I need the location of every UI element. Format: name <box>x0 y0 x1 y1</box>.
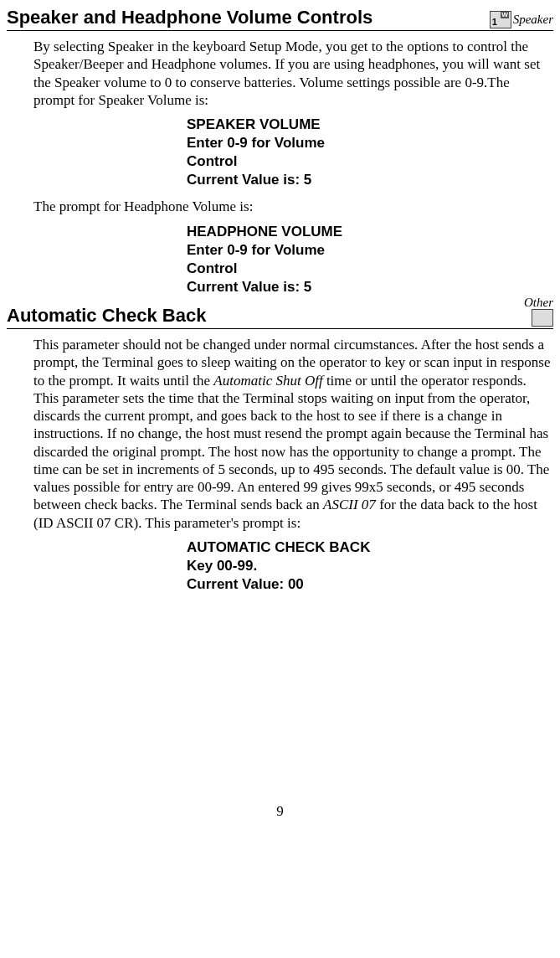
prompt-line: Control <box>187 152 553 171</box>
italic-term: ASCII 07 <box>323 497 376 512</box>
section-header-checkback: Automatic Check Back Other <box>7 305 553 329</box>
page-number: 9 <box>7 803 553 820</box>
prompt-line: Current Value is: 5 <box>187 278 553 296</box>
section-title-volume: Speaker and Headphone Volume Controls <box>7 7 372 28</box>
prompt-line: Current Value: 00 <box>187 575 553 594</box>
side-label-other: Other <box>524 296 553 310</box>
italic-term: Automatic Shut Off <box>213 373 322 389</box>
section-title-checkback: Automatic Check Back <box>7 305 206 327</box>
headphone-volume-prompt: HEADPHONE VOLUME Enter 0-9 for Volume Co… <box>187 223 553 296</box>
checkback-para: This parameter should not be changed und… <box>33 336 553 532</box>
prompt-line: AUTOMATIC CHECK BACK <box>187 538 553 557</box>
section-header-volume: Speaker and Headphone Volume Controls 1 … <box>7 7 553 31</box>
prompt-line: Key 00-99. <box>187 557 553 575</box>
para-text: time or until the operator responds. Thi… <box>33 373 549 513</box>
prompt-line: Control <box>187 260 553 278</box>
section-label-group-volume: 1 W Speaker <box>490 11 553 28</box>
prompt-line: Enter 0-9 for Volume <box>187 241 553 260</box>
side-label-speaker: Speaker <box>513 13 553 27</box>
prompt-line: HEADPHONE VOLUME <box>187 223 553 241</box>
speaker-volume-prompt: SPEAKER VOLUME Enter 0-9 for Volume Cont… <box>187 116 553 189</box>
checkback-prompt: AUTOMATIC CHECK BACK Key 00-99. Current … <box>187 538 553 594</box>
key-icon-other <box>532 309 553 327</box>
prompt-line: Enter 0-9 for Volume <box>187 134 553 152</box>
section-label-group-checkback: Other <box>532 309 553 327</box>
key-icon-1: 1 W <box>490 11 511 28</box>
prompt-line: SPEAKER VOLUME <box>187 116 553 134</box>
headphone-intro-para: The prompt for Headphone Volume is: <box>33 198 553 215</box>
prompt-line: Current Value is: 5 <box>187 171 553 189</box>
volume-intro-para: By selecting Speaker in the keyboard Set… <box>33 38 553 109</box>
